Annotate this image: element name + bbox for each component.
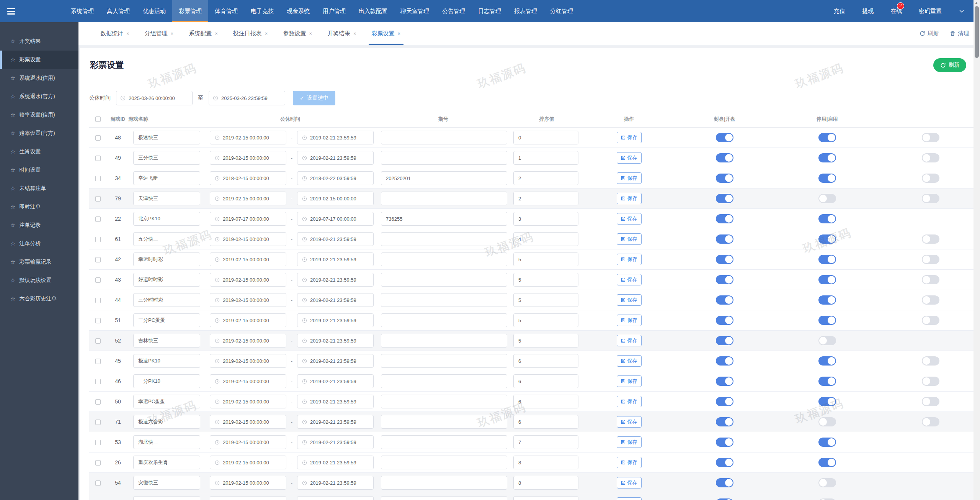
sidebar-item[interactable]: ☆六合彩历史注单: [0, 290, 78, 308]
sidebar-item[interactable]: ☆赔率设置(官方): [0, 124, 78, 143]
save-button[interactable]: 保存: [617, 375, 642, 387]
row-checkbox[interactable]: [95, 420, 101, 425]
extra-toggle[interactable]: [922, 255, 939, 264]
save-button[interactable]: 保存: [617, 396, 642, 407]
save-button[interactable]: 保存: [617, 294, 642, 306]
sidebar-item[interactable]: ☆开奖结果: [0, 32, 78, 51]
row-checkbox[interactable]: [95, 216, 101, 222]
holiday-to-input[interactable]: 2019-02-21 23:59:59: [297, 496, 374, 500]
page-refresh-button[interactable]: 刷新: [933, 58, 966, 72]
sort-value-input[interactable]: 5: [513, 293, 578, 307]
nav-item[interactable]: 彩票管理: [172, 0, 208, 22]
close-open-toggle[interactable]: [716, 153, 733, 162]
issue-number-input[interactable]: [381, 192, 507, 205]
issue-number-input[interactable]: [381, 273, 507, 287]
scrollbar-thumb[interactable]: [975, 6, 979, 58]
holiday-to-input[interactable]: 2019-02-21 23:59:59: [297, 273, 374, 287]
game-name-input[interactable]: 湖北快三: [133, 435, 200, 449]
holiday-to-input[interactable]: 2019-02-21 23:59:59: [297, 131, 374, 144]
sidebar-item[interactable]: ☆赔率设置(信用): [0, 106, 78, 124]
sort-value-input[interactable]: 3: [513, 212, 578, 226]
row-checkbox[interactable]: [95, 135, 101, 141]
nav-item[interactable]: 日志管理: [472, 0, 508, 22]
holiday-to-input[interactable]: 2019-02-15 00:00:00: [297, 192, 374, 205]
close-open-toggle[interactable]: [716, 417, 733, 426]
extra-toggle[interactable]: [922, 133, 939, 142]
holiday-to-input[interactable]: 2019-02-21 23:59:59: [297, 456, 374, 469]
close-open-toggle[interactable]: [716, 255, 733, 264]
extra-toggle[interactable]: [922, 295, 939, 305]
save-button[interactable]: 保存: [617, 315, 642, 326]
nav-item[interactable]: 现金系统: [280, 0, 316, 22]
nav-item[interactable]: 电子竞技: [244, 0, 280, 22]
holiday-to-input[interactable]: 2019-02-21 23:59:59: [297, 151, 374, 165]
game-name-input[interactable]: 重庆欢乐生肖: [133, 456, 200, 469]
close-icon[interactable]: ×: [126, 31, 129, 36]
save-button[interactable]: 保存: [617, 497, 642, 500]
holiday-from-input[interactable]: 2019-02-15 00:00:00: [210, 435, 286, 449]
disable-enable-toggle[interactable]: [818, 417, 836, 426]
game-name-input[interactable]: 三分时时彩: [133, 293, 200, 307]
disable-enable-toggle[interactable]: [818, 255, 836, 264]
issue-number-input[interactable]: [381, 252, 507, 266]
row-checkbox[interactable]: [95, 298, 101, 303]
tab-数据统计[interactable]: 数据统计×: [100, 22, 130, 45]
game-name-input[interactable]: 北京PK10: [133, 212, 200, 226]
holiday-from-input[interactable]: 2019-02-15 00:00:00: [210, 273, 286, 287]
tab-参数设置[interactable]: 参数设置×: [282, 22, 313, 45]
game-name-input[interactable]: 五分快三: [133, 232, 200, 246]
sidebar-item[interactable]: ☆注单记录: [0, 216, 78, 234]
close-open-toggle[interactable]: [716, 295, 733, 305]
holiday-to-input[interactable]: 2019-02-21 23:59:59: [297, 374, 374, 388]
nav-right-item[interactable]: 密码重置: [919, 8, 942, 15]
row-checkbox[interactable]: [95, 277, 101, 283]
save-button[interactable]: 保存: [617, 416, 642, 428]
nav-right-item[interactable]: 在线2: [890, 8, 902, 15]
holiday-to-input[interactable]: 2019-02-21 23:59:59: [297, 415, 374, 429]
save-button[interactable]: 保存: [617, 233, 642, 245]
close-open-toggle[interactable]: [716, 377, 733, 386]
holiday-from-input[interactable]: 2019-02-15 00:00:00: [210, 334, 286, 348]
sort-value-input[interactable]: 5: [513, 313, 578, 327]
close-open-toggle[interactable]: [716, 356, 733, 366]
close-open-toggle[interactable]: [716, 234, 733, 244]
sort-value-input[interactable]: 6: [513, 354, 578, 368]
holiday-from-input[interactable]: 2019-02-15 00:00:00: [210, 192, 286, 205]
holiday-to-input[interactable]: 2025-03-26 23:59:59: [209, 91, 285, 105]
holiday-from-input[interactable]: 2019-07-17 00:00:00: [210, 212, 286, 226]
holiday-from-input[interactable]: 2019-02-15 00:00:00: [210, 395, 286, 408]
holiday-to-input[interactable]: 2019-02-21 23:59:59: [297, 435, 374, 449]
save-button[interactable]: 保存: [617, 132, 642, 143]
holiday-from-input[interactable]: 2019-02-15 00:00:00: [210, 476, 286, 490]
extra-toggle[interactable]: [922, 194, 939, 203]
sort-value-input[interactable]: 6: [513, 374, 578, 388]
sort-value-input[interactable]: 6: [513, 415, 578, 429]
holiday-from-input[interactable]: 2019-02-15 00:00:00: [210, 496, 286, 500]
issue-number-input[interactable]: [381, 476, 507, 490]
save-button[interactable]: 保存: [617, 355, 642, 367]
issue-number-input[interactable]: [381, 334, 507, 348]
holiday-from-input[interactable]: 2019-02-15 00:00:00: [210, 131, 286, 144]
row-checkbox[interactable]: [95, 257, 101, 262]
game-name-input[interactable]: 幸运时时彩: [133, 252, 200, 266]
game-name-input[interactable]: 好运时时彩: [133, 273, 200, 287]
issue-number-input[interactable]: [381, 313, 507, 327]
disable-enable-toggle[interactable]: [818, 458, 836, 467]
row-checkbox[interactable]: [95, 480, 101, 486]
game-name-input[interactable]: 极速PK10: [133, 354, 200, 368]
tab-系统配置[interactable]: 系统配置×: [188, 22, 219, 45]
save-button[interactable]: 保存: [617, 152, 642, 164]
holiday-from-input[interactable]: 2019-02-15 00:00:00: [210, 313, 286, 327]
save-button[interactable]: 保存: [617, 335, 642, 346]
sort-value-input[interactable]: 1: [513, 151, 578, 165]
sidebar-item[interactable]: ☆生肖设置: [0, 143, 78, 161]
disable-enable-toggle[interactable]: [818, 295, 836, 305]
disable-enable-toggle[interactable]: [818, 397, 836, 406]
close-open-toggle[interactable]: [716, 397, 733, 406]
nav-item[interactable]: 真人管理: [100, 0, 136, 22]
save-button[interactable]: 保存: [617, 274, 642, 285]
game-name-input[interactable]: 吉林快三: [133, 334, 200, 348]
sort-value-input[interactable]: 8: [513, 496, 578, 500]
sort-value-input[interactable]: 4: [513, 232, 578, 246]
disable-enable-toggle[interactable]: [818, 234, 836, 244]
